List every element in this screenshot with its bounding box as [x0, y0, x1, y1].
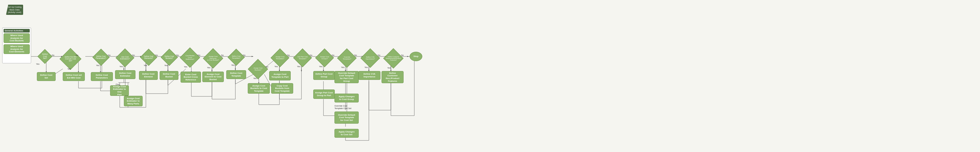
assign-part-cost-group-to-part: Assign Part CostGroup to Part	[313, 90, 335, 99]
label-yes-3: Yes	[96, 64, 99, 67]
assign-cost-estimator-many: Assign CostEstimator toMany Parts	[124, 96, 143, 106]
define-cost-elements-diamond: Define CostElements?	[140, 49, 157, 66]
define-customer-req-product-features-box: DefineCustomerRes./ProductFeatures	[382, 71, 404, 83]
define-part-cost-group: Define Part CostGroup	[313, 71, 335, 80]
label-yes-6: Yes	[164, 64, 168, 67]
label-yes-16: Yes	[387, 67, 391, 69]
where-used-cost-elements: Where UsedAnalysis forCost Elements	[3, 44, 30, 54]
label-no-9: No	[243, 54, 245, 56]
use-cost-estimators-diamond: Use CostEstimators?	[116, 48, 134, 67]
label-no-11: No	[287, 54, 290, 56]
assign-cost-template-to-part: Assign CostTemplate to Part	[269, 71, 291, 80]
define-est-mht-cost-diamond: Define Est MhtCost per Cost set?	[59, 48, 81, 70]
label-no-15: No	[378, 54, 380, 56]
define-cva-importance-box: Define CVAImportance	[358, 71, 380, 80]
diagram-title: Set Up CostingBasic Data(Activity Level)	[2, 2, 27, 18]
apply-changes-to-cost-set: Apply Changesto Cost Set	[334, 129, 359, 138]
stop-node: Stop	[410, 52, 422, 61]
label-one: One	[116, 83, 119, 86]
label-no-5: No	[155, 54, 158, 56]
apply-changes-to-cost-group: Apply Changesto Cost Group	[334, 94, 359, 102]
define-cost-templates-diamond: Define CostTemplates?	[228, 49, 245, 66]
define-customer-req-diamond: Define CustomerRequirements/ProductFeatu…	[383, 48, 404, 69]
label-no-2: No	[76, 54, 78, 56]
assign-cost-element-to-bucket: Assign CostElement to CostBucket	[202, 72, 224, 82]
assign-cost-buckets-diamond: Assign CostBuckets?	[248, 59, 268, 79]
label-yes-5: Yes	[144, 64, 147, 67]
assign-cost-elements-to-bucket-diamond: Assign Cost Elementsto Cost Bucket?	[203, 48, 223, 69]
label-no-7: No	[198, 54, 200, 56]
define-cost-bucket: Define CostBucket	[160, 71, 178, 80]
define-cost-set-box: Define CostSet	[37, 72, 56, 81]
override-default-cost-template-cost-set: Override DefaultCost Templatefor Cost Se…	[334, 112, 359, 124]
override-templates-diamond: OverrideTemplates?	[337, 48, 357, 68]
label-yes-12: Yes	[297, 65, 300, 68]
label-no-12: No	[310, 54, 312, 56]
general-activities-box: General Activities Where UsedAnalysis fo…	[2, 27, 31, 63]
label-yes-8: Yes	[207, 66, 210, 69]
define-cost-element: Define CostElement	[139, 71, 158, 80]
define-cost-params-diamond: Define CostParameters?	[92, 49, 110, 66]
label-no-8: No	[221, 54, 224, 56]
label-no-3: No	[108, 54, 111, 56]
cost-bucket-cross-ref-diamond: Cost Bucket CrossReference?	[180, 47, 200, 68]
define-cost-template: Define CostTemplate	[226, 70, 246, 79]
copy-cost-buckets-from-template: Copy CostBuckets fromCost Template	[271, 83, 293, 94]
label-yes-14: Yes	[341, 66, 344, 69]
label-yes-9: Yes	[231, 64, 235, 66]
define-cost-set-diamond: Define CostSet?	[37, 49, 52, 64]
define-cost-params-box: Define CostParameters	[91, 72, 113, 81]
assign-cost-estimator-one: Assign CostEstimator to OnePart	[110, 85, 129, 96]
label-yes-1: Yes	[36, 63, 39, 65]
label-no-1: No	[52, 54, 54, 56]
use-part-cost-template-diamond: Use Part CostTemplate?	[293, 48, 312, 67]
assign-cost-template-diamond: Assign CostTemplates?	[270, 48, 289, 67]
label-no-13: No	[332, 54, 334, 56]
define-cost-estimator: Define CostEstimator	[115, 70, 135, 79]
label-no-14: No	[354, 54, 357, 56]
label-yes-7: Yes	[184, 66, 187, 68]
assign-cost-groups-diamond: Assign CostGroups?	[315, 48, 334, 67]
define-cost-buckets-diamond: Define CostBuckets?	[161, 49, 178, 66]
define-cva-importance-diamond: Define CVAImportance?	[361, 48, 380, 68]
label-yes-2: Yes	[67, 68, 71, 70]
label-yes-4: Yes	[119, 65, 123, 68]
override-default-cost-template-part-cost-group: Override DefaultCost Templatefor Part Co…	[334, 71, 359, 83]
label-no-4: No	[132, 54, 135, 56]
override-cost-template-set-label: Override CostTemplate Cost Set	[334, 105, 351, 110]
label-no-16: No	[401, 54, 404, 56]
assign-cost-buckets-to-cost-template: Assign CostBuckets to CostTemplate	[248, 83, 270, 94]
define-cost-set-ext-mht-cost: Define Cost setExt Mht Cost	[63, 72, 85, 81]
label-yes-11: Yes	[274, 65, 278, 68]
label-yes-10: Yes	[253, 77, 256, 80]
where-used-cost-buckets: Where UsedAnalysis forCost Buckets	[3, 33, 30, 43]
label-no-10: No	[266, 66, 269, 68]
label-yes-13: Yes	[319, 65, 322, 68]
label-no-6: No	[176, 54, 179, 56]
enter-cost-bucket-cross-ref: Enter CostBucket CrossReference	[181, 72, 201, 83]
diagram-container: Set Up CostingBasic Data(Activity Level)…	[0, 0, 980, 152]
label-yes-15: Yes	[364, 66, 368, 69]
